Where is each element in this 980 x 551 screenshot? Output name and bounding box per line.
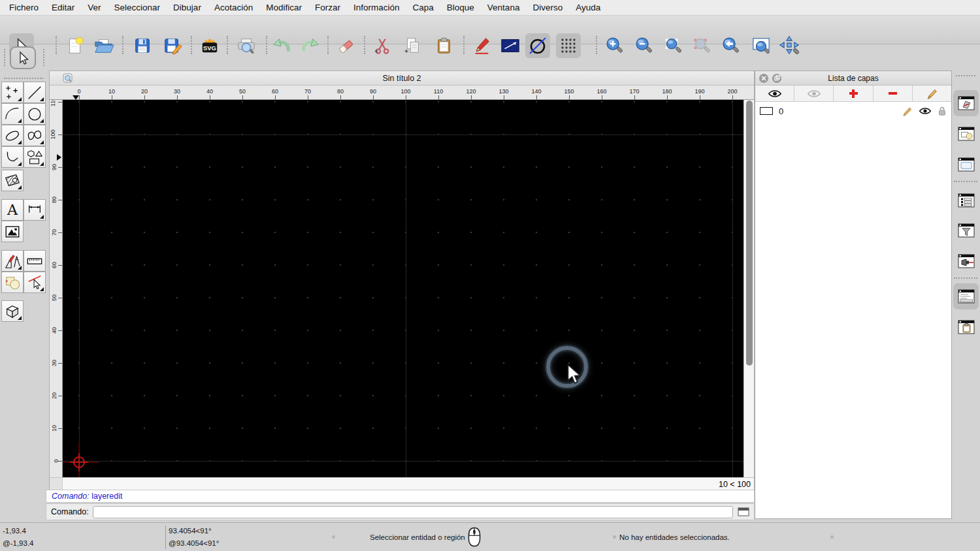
panel-close-button[interactable]: [759, 74, 768, 83]
undo-button[interactable]: [269, 33, 294, 58]
image-tool-icon: [4, 223, 21, 240]
document-titlebar[interactable]: Sin título 2: [50, 71, 754, 86]
zoom-in-button[interactable]: [602, 33, 627, 58]
vertical-scrollbar[interactable]: [743, 100, 754, 477]
h-ruler-tick: 130: [504, 95, 504, 99]
toggle-clipboard-button[interactable]: [953, 314, 979, 340]
paste-button[interactable]: [431, 33, 456, 58]
modify-tool-button[interactable]: [24, 272, 46, 293]
menu-item-bloque[interactable]: Bloque: [440, 0, 481, 16]
show-all-layers-button[interactable]: [755, 86, 794, 101]
menu-item-fichero[interactable]: Fichero: [3, 0, 45, 16]
meta-grid-line: [732, 100, 733, 477]
text-tool-button[interactable]: A: [1, 199, 24, 221]
cad-tools-button[interactable]: [1, 250, 24, 272]
current-action-pointer-button[interactable]: [10, 46, 36, 69]
cut-button[interactable]: [370, 33, 395, 58]
drawing-canvas[interactable]: [63, 100, 743, 477]
hide-all-layers-button[interactable]: [794, 86, 834, 101]
absolute-polar-coordinate: 93.4054<91°: [169, 527, 212, 535]
layer-visibility-eye-icon[interactable]: [919, 106, 932, 116]
polyline-tool-button[interactable]: [1, 146, 24, 168]
image-tool-button[interactable]: [1, 221, 24, 242]
vertical-scrollbar-thumb[interactable]: [746, 101, 753, 366]
add-layer-button[interactable]: [834, 86, 873, 101]
command-input[interactable]: [93, 506, 733, 518]
spline-tool-button[interactable]: [24, 125, 46, 146]
layer-panel-header: Lista de capas: [755, 71, 951, 86]
zoom-pan-button[interactable]: [777, 33, 802, 58]
menu-item-editar[interactable]: Editar: [45, 0, 81, 16]
save-as-button[interactable]: [160, 33, 185, 58]
menu-item-dibujar[interactable]: Dibujar: [167, 0, 208, 16]
menu-item-modificar[interactable]: Modificar: [259, 0, 308, 16]
toggle-entity-list-button[interactable]: [953, 187, 979, 213]
menu-item-ayuda[interactable]: Ayuda: [569, 0, 607, 16]
qcad-application: { "menu_bar": { "items": ["Fichero","Edi…: [0, 0, 980, 551]
shapes-tool-button[interactable]: [24, 146, 46, 168]
layer-lock-icon[interactable]: [938, 106, 947, 116]
draft-mode-button[interactable]: [525, 33, 550, 58]
toggle-library-browser-button[interactable]: [953, 151, 979, 178]
menu-item-diverso[interactable]: Diverso: [526, 0, 569, 16]
layer-row[interactable]: 0: [755, 104, 951, 118]
document-title: Sin título 2: [382, 74, 421, 83]
arc-tool-button[interactable]: [1, 103, 24, 125]
origin-crosshair: [63, 441, 100, 477]
svg-export-button[interactable]: SVG: [197, 33, 222, 58]
layer-color-swatch[interactable]: [760, 107, 773, 115]
measure-tool-button[interactable]: [24, 250, 46, 272]
erase-button[interactable]: [334, 33, 359, 58]
command-console-toggle-button[interactable]: [736, 507, 751, 518]
remove-layer-button[interactable]: [874, 86, 913, 101]
copy-button[interactable]: [400, 33, 425, 58]
circle-slash-icon: [527, 35, 548, 56]
menu-item-ventana[interactable]: Ventana: [481, 0, 527, 16]
menu-item-forzar[interactable]: Forzar: [308, 0, 347, 16]
grid-toggle-button[interactable]: [556, 33, 581, 58]
h-ruler-tick: 10: [112, 95, 112, 99]
hatch-tool-button[interactable]: [1, 170, 24, 191]
zoom-selection-button[interactable]: [689, 33, 714, 58]
layer-edit-pencil-icon[interactable]: [902, 106, 913, 117]
toolbar-separator: [266, 36, 267, 54]
line-tool-button[interactable]: [24, 82, 46, 103]
toggle-selection-filter-button[interactable]: [953, 217, 979, 244]
menu-item-informacion[interactable]: Información: [347, 0, 406, 16]
zoom-window-button[interactable]: [749, 33, 774, 58]
menu-item-ver[interactable]: Ver: [81, 0, 107, 16]
zoom-auto-button[interactable]: [661, 33, 685, 58]
toggle-command-line-button[interactable]: [953, 283, 979, 309]
selection-tool-button[interactable]: [1, 272, 24, 293]
zoom-out-button[interactable]: [631, 33, 656, 58]
minus-icon: [889, 92, 897, 95]
status-dot: [830, 535, 834, 539]
points-tool-button[interactable]: [1, 82, 24, 103]
redo-button[interactable]: [298, 33, 323, 58]
menu-item-seleccionar[interactable]: Seleccionar: [108, 0, 167, 16]
dimension-tool-button[interactable]: [24, 199, 46, 221]
circle-tool-button[interactable]: [24, 103, 46, 125]
3d-box-tool-button[interactable]: [1, 300, 24, 322]
zoom-previous-button[interactable]: [718, 33, 743, 58]
toggle-layer-list-button[interactable]: [953, 90, 979, 116]
h-ruler-tick: 50: [242, 95, 243, 99]
line-attributes-button[interactable]: [498, 33, 523, 58]
menu-item-acotacion[interactable]: Acotación: [208, 0, 259, 16]
dock-handle: [956, 75, 975, 76]
open-file-button[interactable]: [91, 33, 116, 58]
ellipse-tool-button[interactable]: [1, 125, 24, 146]
toggle-relative-zero-button[interactable]: [953, 248, 979, 274]
menu-item-capa[interactable]: Capa: [406, 0, 440, 16]
draw-pen-button[interactable]: [469, 33, 494, 58]
cube-icon: [4, 303, 21, 320]
toolbar-separator: [56, 36, 57, 54]
panel-float-button[interactable]: [772, 74, 781, 83]
status-dot: [613, 535, 616, 539]
print-preview-button[interactable]: [234, 33, 259, 58]
new-document-button[interactable]: [63, 33, 88, 58]
toggle-block-list-button[interactable]: [953, 121, 979, 147]
edit-layer-button[interactable]: [913, 86, 951, 101]
document-icon: [63, 73, 73, 83]
save-button[interactable]: [130, 33, 155, 58]
